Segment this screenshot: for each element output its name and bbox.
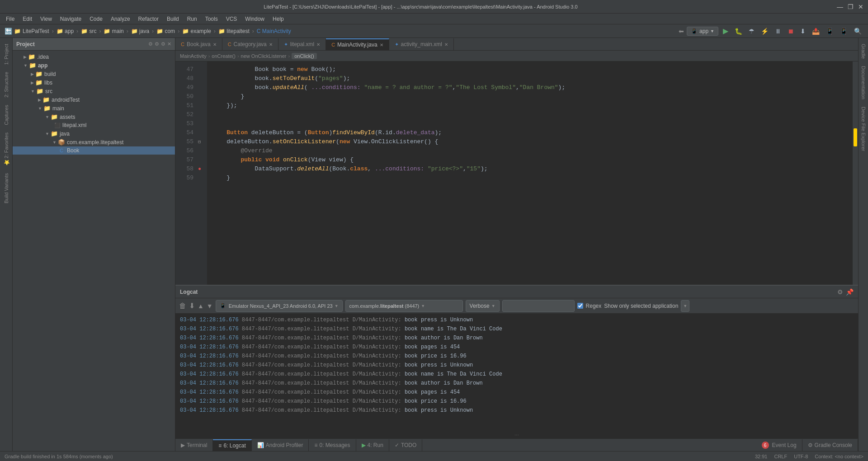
tree-item-package[interactable]: ▼ 📦 com.example.litepaltest [13, 138, 175, 146]
tab-gradle-console[interactable]: ⚙ Gradle Console [802, 439, 858, 451]
sdk-button[interactable]: 📱 [838, 27, 849, 36]
tab-todo[interactable]: ✓ TODO [389, 439, 422, 451]
breadcrumb-litepaltest2[interactable]: 📁 litepaltest [218, 28, 250, 34]
bc-mainactivity[interactable]: MainActivity [180, 53, 207, 59]
pause-button[interactable]: ⏸ [773, 27, 783, 36]
tab-mainactivity-java[interactable]: C MainActivity.java ✕ [326, 38, 389, 50]
run-button[interactable]: ▶ [721, 26, 730, 36]
menu-run[interactable]: Run [184, 15, 201, 23]
bc-onclick[interactable]: onClick() [292, 53, 316, 59]
profile-button[interactable]: ⚡ [759, 27, 770, 36]
show-only-dropdown[interactable]: ▼ [681, 300, 689, 312]
tab-close-litepal[interactable]: ✕ [316, 42, 320, 47]
back-nav-icon[interactable]: ⬅ [679, 28, 684, 35]
minimize-button[interactable]: — [837, 3, 843, 10]
menu-code[interactable]: Code [86, 15, 106, 23]
bc-new-onclick[interactable]: new OnClickListener [241, 53, 287, 59]
menu-tools[interactable]: Tools [202, 15, 222, 23]
fold-icon-55[interactable]: ⊟ [198, 139, 201, 145]
sidebar-item-device-file-explorer[interactable]: Device File Explorer [859, 103, 868, 155]
tab-messages[interactable]: ≡ 0: Messages [309, 439, 356, 451]
sidebar-item-favorites[interactable]: ⭐ 2: Favorites [1, 129, 11, 169]
code-editor[interactable]: Book book = new Book(); book.setToDefaul… [207, 61, 853, 285]
scroll-to-end-icon[interactable]: ⬇ [189, 301, 195, 310]
tree-item-book[interactable]: C Book [13, 146, 175, 155]
up-icon[interactable]: ▲ [198, 302, 204, 310]
breadcrumb-app[interactable]: 📁 app [57, 28, 74, 34]
menu-window[interactable]: Window [241, 15, 268, 23]
tree-item-java[interactable]: ▼ 📁 java [13, 129, 175, 138]
logcat-search-input[interactable] [502, 300, 575, 312]
tab-android-profiler[interactable]: 📊 Android Profiler [252, 439, 309, 451]
breadcrumb-project[interactable]: 📁 [14, 28, 21, 34]
verbose-dropdown[interactable]: Verbose ▼ [466, 300, 500, 312]
breadcrumb-src[interactable]: 📁 src [81, 28, 96, 34]
breadcrumb-litepaltest[interactable]: LitePalTest [23, 28, 49, 34]
breadcrumb-mainactivity[interactable]: C MainActivity [257, 28, 291, 34]
tab-event-log[interactable]: 6 Event Log [756, 439, 802, 451]
tab-activity-main-xml[interactable]: ✦ activity_main.xml ✕ [389, 38, 454, 50]
clear-logcat-icon[interactable]: 🗑 [179, 302, 186, 310]
sidebar-item-project[interactable]: 1: Project [2, 40, 11, 68]
tab-logcat[interactable]: ≡ 6: Logcat [213, 439, 251, 451]
logcat-content[interactable]: 03-04 12:28:16.676 8447-8447/com.example… [175, 314, 858, 432]
bc-oncreate[interactable]: onCreate() [212, 53, 236, 59]
close-button[interactable]: ✕ [858, 3, 863, 10]
menu-view[interactable]: View [37, 15, 56, 23]
deploy-button[interactable]: 📤 [810, 27, 821, 36]
right-scrollbar[interactable] [853, 61, 858, 285]
regex-checkbox[interactable] [577, 303, 583, 309]
tab-close-activity-main[interactable]: ✕ [444, 42, 448, 47]
search-everywhere-button[interactable]: 🔍 [852, 27, 863, 36]
sidebar-item-gradle[interactable]: Gradle [859, 40, 868, 62]
tab-book-java[interactable]: C Book.java ✕ [175, 38, 222, 50]
maximize-button[interactable]: ❐ [848, 3, 854, 10]
tab-litepal-xml[interactable]: ✦ litepal.xml ✕ [278, 38, 326, 50]
tree-item-litepal-xml[interactable]: ⬛ litepal.xml [13, 121, 175, 129]
expand-dots[interactable]: ⋯ [175, 432, 858, 438]
breakpoint-icon-58[interactable]: ● [198, 166, 201, 172]
tab-close-book[interactable]: ✕ [213, 42, 217, 47]
device-dropdown[interactable]: 📱 Emulator Nexus_4_API_23 Android 6.0, A… [216, 300, 343, 312]
menu-refactor[interactable]: Refactor [135, 15, 162, 23]
menu-navigate[interactable]: Navigate [57, 15, 85, 23]
tree-item-androidtest[interactable]: ▶ 📁 androidTest [13, 95, 175, 104]
breadcrumb-com[interactable]: 📁 com [156, 28, 175, 34]
settings-icon[interactable]: ⚙ [837, 288, 843, 296]
coverage-button[interactable]: ☂ [747, 27, 756, 36]
app-config-dropdown[interactable]: 📱 app ▼ [687, 27, 718, 36]
gear-icon[interactable]: ⚙ [161, 41, 165, 47]
tree-item-assets[interactable]: ▼ 📁 assets [13, 113, 175, 121]
tab-close-mainactivity[interactable]: ✕ [380, 42, 383, 47]
breadcrumb-java[interactable]: 📁 java [131, 28, 149, 34]
tree-item-build[interactable]: ▶ 📁 build [13, 70, 175, 78]
tab-close-category[interactable]: ✕ [269, 42, 273, 47]
breadcrumb-example[interactable]: 📁 example [182, 28, 211, 34]
stop-button[interactable]: ⏹ [786, 27, 796, 36]
menu-help[interactable]: Help [269, 15, 288, 23]
tab-category-java[interactable]: C Category.java ✕ [222, 38, 278, 50]
tree-item-src[interactable]: ▼ 📁 src [13, 87, 175, 95]
menu-vcs[interactable]: VCS [222, 15, 241, 23]
menu-edit[interactable]: Edit [19, 15, 36, 23]
hide-icon[interactable]: ✕ [167, 41, 171, 47]
pin-icon[interactable]: 📌 [846, 288, 854, 296]
package-dropdown[interactable]: com.example.litepaltest (8447) ▼ [345, 300, 463, 312]
menu-analyze[interactable]: Analyze [107, 15, 134, 23]
down-icon[interactable]: ▼ [207, 302, 213, 310]
sidebar-item-documentation[interactable]: Documentation [859, 62, 868, 103]
tree-item-libs[interactable]: ▶ 📁 libs [13, 78, 175, 87]
debug-button[interactable]: 🐛 [733, 27, 744, 36]
sidebar-item-build-variants[interactable]: Build Variants [2, 169, 11, 207]
sidebar-item-structure[interactable]: 2: Structure [2, 68, 11, 101]
config-icon[interactable]: ⚙ [155, 41, 159, 47]
menu-file[interactable]: File [2, 15, 18, 23]
tree-item-app[interactable]: ▼ 📁 app [13, 61, 175, 70]
tree-item-main[interactable]: ▼ 📁 main [13, 104, 175, 113]
tree-item-idea[interactable]: ▶ 📁 .idea [13, 52, 175, 61]
sync-icon[interactable]: ⚙ [148, 41, 153, 47]
sidebar-item-captures[interactable]: Captures [2, 101, 11, 129]
sync-button[interactable]: ⬇ [798, 27, 807, 36]
tab-run[interactable]: ▶ 4: Run [356, 439, 389, 451]
device-button[interactable]: 📱 [824, 27, 835, 36]
